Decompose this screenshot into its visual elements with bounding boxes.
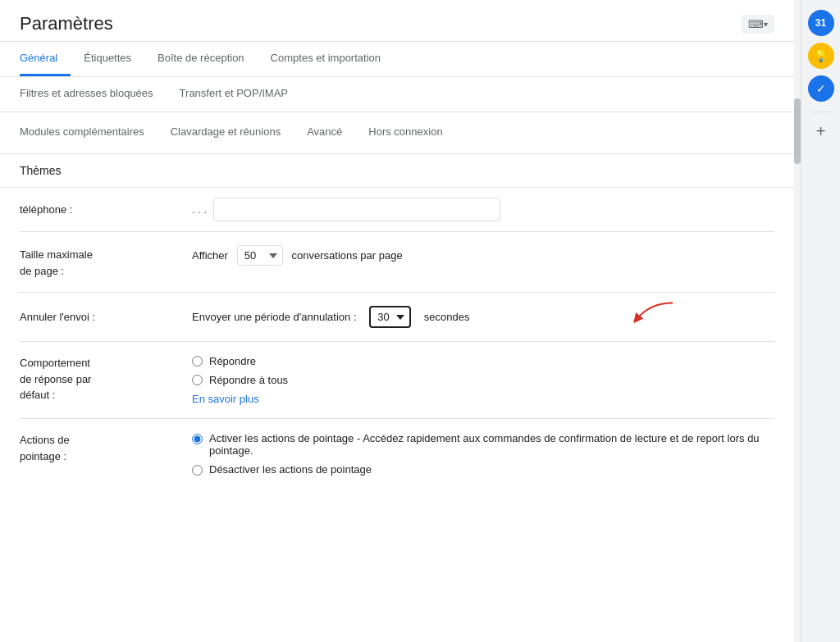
comportement-content: Répondre Répondre à tous En savoir plus <box>192 355 774 405</box>
tabs-row-1: Général Étiquettes Boîte de réception Co… <box>0 42 794 77</box>
desactiver-pointage-radio[interactable] <box>192 465 203 476</box>
annuler-envoi-row: Annuler l'envoi : Envoyer une période d'… <box>20 293 774 342</box>
repondre-tous-radio[interactable] <box>192 375 203 385</box>
settings-header: Paramètres ⌨ ▾ <box>0 0 794 42</box>
tab-boite-reception[interactable]: Boîte de réception <box>144 42 258 76</box>
tab-modules[interactable]: Modules complémentaires <box>20 116 158 150</box>
telephone-row: téléphone : . . . <box>20 188 774 232</box>
check-glyph: ✓ <box>816 82 826 95</box>
add-app-button[interactable]: + <box>816 122 826 141</box>
tab-general[interactable]: Général <box>20 42 71 76</box>
desactiver-pointage-option: Désactiver les actions de pointage <box>192 463 774 476</box>
actions-content: Activer les actions de pointage - Accéde… <box>192 432 774 482</box>
tab-clavardage[interactable]: Clavardage et réunions <box>158 116 294 150</box>
activer-label-strong: Activer les actions de pointage <box>209 432 354 444</box>
themes-section: Thèmes <box>0 154 794 188</box>
repondre-tous-option: Répondre à tous <box>192 374 774 386</box>
header-icons: ⌨ ▾ <box>742 15 774 34</box>
tab-transfert[interactable]: Transfert et POP/IMAP <box>167 77 301 112</box>
tab-hors-connexion[interactable]: Hors connexion <box>355 116 455 150</box>
red-arrow-indicator <box>610 299 676 335</box>
tabs-row-3: Modules complémentaires Clavardage et ré… <box>0 112 794 154</box>
keyboard-button[interactable]: ⌨ ▾ <box>742 15 774 34</box>
activer-pointage-text: Activer les actions de pointage - Accéde… <box>209 432 774 457</box>
activer-pointage-radio[interactable] <box>192 434 203 444</box>
repondre-option: Répondre <box>192 355 774 367</box>
repondre-label: Répondre <box>209 355 256 367</box>
themes-label: Thèmes <box>20 164 62 177</box>
actions-pointage-row: Actions de pointage : Activer les action… <box>20 419 774 495</box>
telephone-dots: . . . <box>192 203 207 216</box>
desactiver-label-strong: Désactiver les actions de pointage <box>209 463 372 476</box>
page-title: Paramètres <box>20 13 113 34</box>
desactiver-pointage-text: Désactiver les actions de pointage <box>209 463 372 476</box>
annuler-label: Annuler l'envoi : <box>20 311 192 323</box>
telephone-input[interactable] <box>213 198 500 221</box>
secondes-text: secondes <box>424 311 470 323</box>
settings-content: téléphone : . . . Taille maximale de pag… <box>0 188 794 495</box>
repondre-tous-label: Répondre à tous <box>209 374 288 386</box>
comportement-row: Comportement de réponse par défaut : Rép… <box>20 342 774 419</box>
comportement-label: Comportement de réponse par défaut : <box>20 355 192 403</box>
annuler-content: Envoyer une période d'annulation : 5 10 … <box>192 306 774 328</box>
tasks-icon[interactable]: ✓ <box>808 75 834 102</box>
activer-pointage-option: Activer les actions de pointage - Accéde… <box>192 432 774 457</box>
conversations-suffix: conversations par page <box>292 249 403 262</box>
tab-filtres[interactable]: Filtres et adresses bloquées <box>20 77 167 112</box>
actions-label: Actions de pointage : <box>20 432 192 464</box>
taille-label: Taille maximale de page : <box>20 245 192 279</box>
plus-icon: + <box>816 122 826 140</box>
tab-avance[interactable]: Avancé <box>294 116 355 150</box>
dropdown-arrow-icon: ▾ <box>764 20 768 29</box>
taille-maximale-row: Taille maximale de page : Afficher 25 50… <box>20 232 774 293</box>
bulb-glyph: 💡 <box>814 49 828 62</box>
tabs-row-2: Filtres et adresses bloquées Transfert e… <box>0 77 794 112</box>
scrollbar[interactable] <box>794 0 801 642</box>
annuler-seconds-select[interactable]: 5 10 20 30 <box>369 306 411 328</box>
calendar-icon[interactable]: 31 <box>808 10 834 36</box>
sidebar-divider <box>811 112 831 112</box>
tab-comptes-importation[interactable]: Comptes et importation <box>258 42 394 76</box>
conversations-per-page-select[interactable]: 25 50 100 <box>237 245 283 266</box>
tab-etiquettes[interactable]: Étiquettes <box>71 42 144 76</box>
repondre-radio[interactable] <box>192 356 203 367</box>
telephone-content: . . . <box>192 198 774 221</box>
learn-more-link[interactable]: En savoir plus <box>192 393 774 405</box>
annuler-prefix: Envoyer une période d'annulation : <box>192 311 357 323</box>
keyboard-icon: ⌨ <box>748 18 764 30</box>
telephone-label: téléphone : <box>20 203 192 216</box>
taille-content: Afficher 25 50 100 conversations par pag… <box>192 245 774 266</box>
scrollbar-thumb[interactable] <box>794 98 801 164</box>
bulb-icon[interactable]: 💡 <box>808 43 834 69</box>
right-sidebar: 31 💡 ✓ + <box>801 0 840 642</box>
afficher-text: Afficher <box>192 249 228 262</box>
